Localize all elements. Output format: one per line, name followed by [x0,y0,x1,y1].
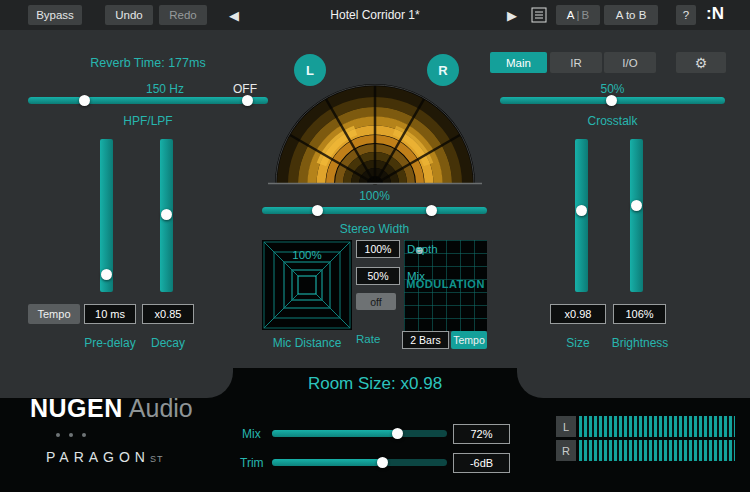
paragon-plugin-window: Bypass Undo Redo ◀ Hotel Corridor 1* ▶ A… [0,0,750,492]
predelay-handle[interactable] [101,269,112,280]
preset-list-button[interactable] [528,5,550,25]
mix-handle[interactable] [392,428,403,439]
hpf-value: 150 Hz [146,82,196,96]
previous-preset-icon[interactable]: ◀ [222,5,246,25]
decay-handle[interactable] [161,209,172,220]
mix-value-box[interactable]: 72% [453,424,510,444]
brightness-label: Brightness [608,336,672,350]
mix-slider-fill [272,430,398,437]
bypass-button[interactable]: Bypass [28,5,82,25]
solo-right-button[interactable]: R [427,54,459,86]
stereo-width-label: Stereo Width [262,222,487,236]
product-label: PARAGON [46,449,150,465]
ab-divider: | [577,9,580,21]
decay-slider[interactable] [160,139,173,292]
size-handle[interactable] [576,205,587,216]
brightness-value-box[interactable]: 106% [613,304,666,324]
trim-slider[interactable] [272,459,447,466]
brand-name: NUGEN [30,394,123,422]
title-bar: Bypass Undo Redo ◀ Hotel Corridor 1* ▶ A… [0,0,750,30]
product-suffix-label: ST [150,454,164,464]
preset-name[interactable]: Hotel Corridor 1* [278,8,472,22]
decay-label: Decay [142,336,194,350]
preset-list-icon [531,7,547,23]
size-label: Size [550,336,606,350]
mic-distance-label: Mic Distance [262,336,352,350]
settings-button[interactable]: ⚙ [676,52,726,73]
crosstalk-value: 50% [500,82,725,96]
meter-left-bars [579,416,735,437]
size-value-box[interactable]: x0.98 [550,304,606,324]
mix-slider[interactable] [272,430,447,437]
brand-logo: NUGENAudio [30,394,193,423]
lpf-value: OFF [233,82,273,96]
stereo-width-value: 100% [262,189,487,203]
stereo-width-right-handle[interactable] [426,205,437,216]
lpf-handle[interactable] [242,95,253,106]
predelay-slider[interactable] [100,139,113,292]
decay-value-box[interactable]: x0.85 [142,304,194,324]
hpf-lpf-slider[interactable] [28,97,268,104]
modulation-mix-value-box[interactable]: 50% [356,267,400,285]
footer-right-shoulder [517,368,750,398]
nugen-logo-icon: :N [706,4,724,24]
predelay-tempo-sync-button[interactable]: Tempo [28,304,80,324]
redo-button[interactable]: Redo [159,5,207,25]
help-button[interactable]: ? [676,5,696,25]
solo-left-button[interactable]: L [294,54,326,86]
modulation-depth-label: Depth [407,243,452,255]
modulation-depth-value-box[interactable]: 100% [356,240,400,258]
ab-b-label: B [582,9,590,21]
crosstalk-slider[interactable] [500,97,725,104]
modulation-sync-off-button[interactable]: off [356,293,396,310]
reverb-time-readout: Reverb Time: 177ms [28,56,268,70]
a-to-b-button[interactable]: A to B [604,5,658,25]
modulation-mix-label: Mix [407,270,452,282]
gear-icon: ⚙ [695,55,708,71]
brand-suffix: Audio [129,394,193,422]
filter-label: HPF/LPF [28,114,268,128]
trim-handle[interactable] [377,457,388,468]
stereo-width-left-handle[interactable] [312,205,323,216]
brand-dots [56,433,86,437]
modulation-rate-value-box[interactable]: 2 Bars [402,331,449,349]
predelay-label: Pre-delay [84,336,136,350]
parameter-readout: Room Size: x0.98 [233,374,517,394]
ab-compare-button[interactable]: A | B [556,5,600,25]
hpf-handle[interactable] [79,95,90,106]
brightness-handle[interactable] [631,200,642,211]
size-slider[interactable] [575,139,588,292]
trim-slider-fill [272,459,383,466]
product-name: PARAGONST [46,449,164,465]
tab-io[interactable]: I/O [604,52,656,73]
tab-ir[interactable]: IR [550,52,602,73]
ab-a-label: A [567,9,575,21]
crosstalk-label: Crosstalk [500,114,725,128]
stereo-width-slider[interactable] [262,207,487,214]
crosstalk-handle[interactable] [606,95,617,106]
modulation-tempo-sync-button[interactable]: Tempo [451,331,487,349]
predelay-value-box[interactable]: 10 ms [84,304,136,324]
meter-right-bars [579,440,735,461]
meter-left-label: L [556,416,576,437]
tab-main[interactable]: Main [490,52,547,73]
brightness-slider[interactable] [630,139,643,292]
next-preset-icon[interactable]: ▶ [500,5,524,25]
trim-value-box[interactable]: -6dB [453,453,510,473]
trim-label: Trim [240,456,264,470]
mic-distance-value: 100% [262,249,352,261]
meter-right-label: R [556,440,576,461]
mix-label: Mix [242,427,261,441]
undo-button[interactable]: Undo [105,5,153,25]
reverb-dome-visualization [268,84,482,185]
modulation-rate-label: Rate [356,333,396,345]
